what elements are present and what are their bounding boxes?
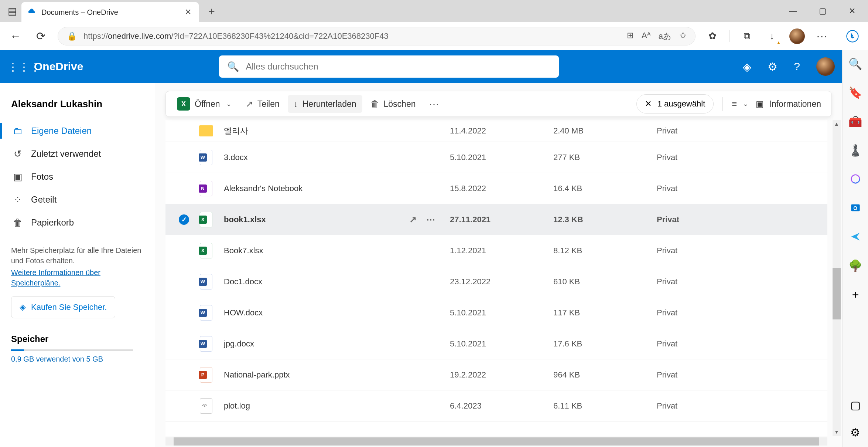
open-button[interactable]: X Öffnen ⌄	[171, 94, 237, 114]
file-row[interactable]: Doc1.docx23.12.2022610 KBPrivat	[165, 266, 827, 297]
scroll-down-arrow[interactable]: ▼	[833, 428, 841, 436]
sidebar-search-icon[interactable]: 🔍	[848, 56, 863, 71]
search-input[interactable]	[246, 61, 551, 72]
selection-count: 1 ausgewählt	[657, 99, 705, 109]
file-sharing: Privat	[657, 401, 820, 411]
sidebar-settings-icon[interactable]: ⚙	[848, 425, 863, 440]
window-minimize-button[interactable]: ―	[780, 2, 806, 20]
nav-shared[interactable]: ⁘ Geteilt	[11, 188, 155, 211]
file-name[interactable]: 3.docx	[217, 153, 409, 162]
nav-recent[interactable]: ↺ Zuletzt verwendet	[11, 142, 155, 165]
premium-icon[interactable]: ◈	[743, 60, 751, 73]
file-row[interactable]: National-park.pptx19.2.2022964 KBPrivat	[165, 359, 827, 390]
download-button[interactable]: ↓ Herunterladen	[288, 95, 362, 113]
tab-actions-icon[interactable]: ▤	[3, 4, 21, 18]
file-row[interactable]: ✓book1.xlsx↗⋯27.11.202112.3 KBPrivat	[165, 204, 827, 235]
file-row[interactable]: HOW.docx5.10.2021117 KBPrivat	[165, 297, 827, 328]
sidebar-games-icon[interactable]: ♟️	[848, 143, 863, 158]
favorite-icon[interactable]: ✩	[680, 31, 686, 42]
bing-sidebar-icon[interactable]	[844, 28, 861, 44]
search-box[interactable]: 🔍	[219, 55, 559, 78]
browser-tab-active[interactable]: Documents – OneDrive ✕	[21, 2, 199, 22]
sidebar-shopping-icon[interactable]: 🔖	[848, 85, 863, 100]
sort-button[interactable]: ≡ ⌄	[732, 99, 748, 109]
settings-icon[interactable]: ⚙	[768, 60, 778, 73]
nav-photos[interactable]: ▣ Fotos	[11, 165, 155, 188]
row-more-icon[interactable]: ⋯	[426, 214, 435, 225]
file-name[interactable]: National-park.pptx	[217, 370, 409, 380]
tab-title: Documents – OneDrive	[41, 8, 180, 17]
file-row[interactable]: Aleksandr's Notebook15.8.202216.4 KBPriv…	[165, 173, 827, 204]
buy-storage-button[interactable]: ◈ Kaufen Sie Speicher.	[11, 296, 115, 318]
onedrive-app: ⋮⋮⋮ OneDrive 🔍 ◈ ⚙ ? Aleksandr Lukashin …	[0, 50, 842, 447]
file-row[interactable]: plot.log6.4.20236.11 KBPrivat	[165, 390, 827, 421]
file-sharing: Privat	[657, 126, 820, 136]
collections-icon[interactable]: ⧉	[739, 28, 755, 44]
file-name[interactable]: Doc1.docx	[217, 277, 409, 287]
window-maximize-button[interactable]: ▢	[810, 2, 835, 20]
svg-text:O: O	[853, 205, 857, 211]
app-launcher-icon[interactable]: ⋮⋮⋮	[7, 60, 24, 73]
extensions-icon[interactable]: ✿	[704, 28, 721, 44]
nav-label: Zuletzt verwendet	[31, 149, 101, 159]
row-share-icon[interactable]: ↗	[409, 214, 417, 225]
nav-back-button[interactable]: ←	[7, 28, 24, 44]
file-name[interactable]: 엘리사	[217, 125, 409, 136]
file-row[interactable]: Book7.xlsx1.12.20218.12 KBPrivat	[165, 235, 827, 266]
translate-icon[interactable]: aあ	[659, 31, 671, 42]
help-icon[interactable]: ?	[794, 60, 800, 73]
sidebar-add-icon[interactable]: ＋	[848, 287, 863, 302]
toolbar-more-icon[interactable]: ⋯	[814, 28, 830, 44]
share-button[interactable]: ↗ Teilen	[240, 95, 286, 113]
file-sharing: Privat	[657, 215, 820, 224]
file-sharing: Privat	[657, 308, 820, 318]
file-name[interactable]: Book7.xlsx	[217, 246, 409, 255]
file-name[interactable]: Aleksandr's Notebook	[217, 184, 409, 193]
content-horizontal-scrollbar[interactable]	[165, 437, 827, 446]
window-close-button[interactable]: ✕	[839, 2, 865, 20]
delete-button[interactable]: 🗑 Löschen	[365, 95, 422, 113]
sidebar-tree-icon[interactable]: 🌳	[848, 258, 863, 273]
selection-pill[interactable]: ✕ 1 ausgewählt	[636, 94, 714, 114]
address-url: https://onedrive.live.com/?id=722A10E368…	[83, 31, 389, 41]
sidebar-outlook-icon[interactable]: O	[848, 200, 863, 215]
sidebar-office-icon[interactable]	[848, 172, 863, 186]
storage-usage-text[interactable]: 0,9 GB verwendet von 5 GB	[11, 355, 155, 363]
nav-refresh-button[interactable]: ⟳	[33, 28, 49, 44]
scroll-thumb[interactable]	[833, 268, 841, 319]
new-tab-button[interactable]: ＋	[202, 4, 221, 18]
address-bar[interactable]: 🔒 https://onedrive.live.com/?id=722A10E3…	[58, 27, 696, 45]
file-name[interactable]: HOW.docx	[217, 308, 409, 318]
app-mode-icon[interactable]: ⊞	[627, 31, 633, 42]
delete-label: Löschen	[384, 99, 416, 109]
content-vertical-scrollbar[interactable]: ▲ ▼	[833, 120, 841, 436]
file-row[interactable]: 엘리사11.4.20222.40 MBPrivat	[165, 120, 827, 142]
downloads-icon[interactable]: ↓	[764, 28, 780, 44]
brand-name[interactable]: OneDrive	[34, 60, 83, 73]
file-row[interactable]: 3.docx5.10.2021277 KBPrivat	[165, 142, 827, 173]
nav-my-files[interactable]: 🗀 Eigene Dateien	[11, 119, 155, 142]
more-commands-icon[interactable]: ⋯	[424, 95, 445, 113]
file-name[interactable]: jpg.docx	[217, 339, 409, 349]
chevron-down-icon: ⌄	[226, 100, 232, 108]
tab-close-icon[interactable]: ✕	[185, 7, 191, 17]
nav-recycle[interactable]: 🗑 Papierkorb	[11, 211, 155, 234]
file-name[interactable]: plot.log	[217, 401, 409, 411]
scroll-up-arrow[interactable]: ▲	[833, 120, 841, 128]
reading-icon[interactable]: Aᴬ	[642, 31, 650, 42]
url-prefix: https://	[83, 31, 108, 41]
file-row[interactable]: jpg.docx5.10.202117.6 KBPrivat	[165, 328, 827, 359]
file-name[interactable]: book1.xlsx	[217, 215, 409, 224]
sidebar-panel-icon[interactable]: ▢	[848, 397, 863, 412]
clear-selection-icon[interactable]: ✕	[645, 99, 652, 109]
sidebar-send-icon[interactable]	[848, 229, 863, 244]
hscroll-thumb[interactable]	[174, 437, 819, 446]
user-avatar[interactable]	[816, 57, 835, 76]
profile-avatar[interactable]	[789, 28, 805, 44]
promo-link[interactable]: Weitere Informationen über Speicherpläne…	[11, 267, 141, 288]
sidebar-tools-icon[interactable]: 🧰	[848, 114, 863, 129]
info-button[interactable]: ▣ Informationen	[751, 95, 826, 113]
file-size: 12.3 KB	[553, 215, 657, 224]
row-checkbox[interactable]: ✓	[173, 214, 195, 225]
file-date: 6.4.2023	[450, 401, 553, 411]
